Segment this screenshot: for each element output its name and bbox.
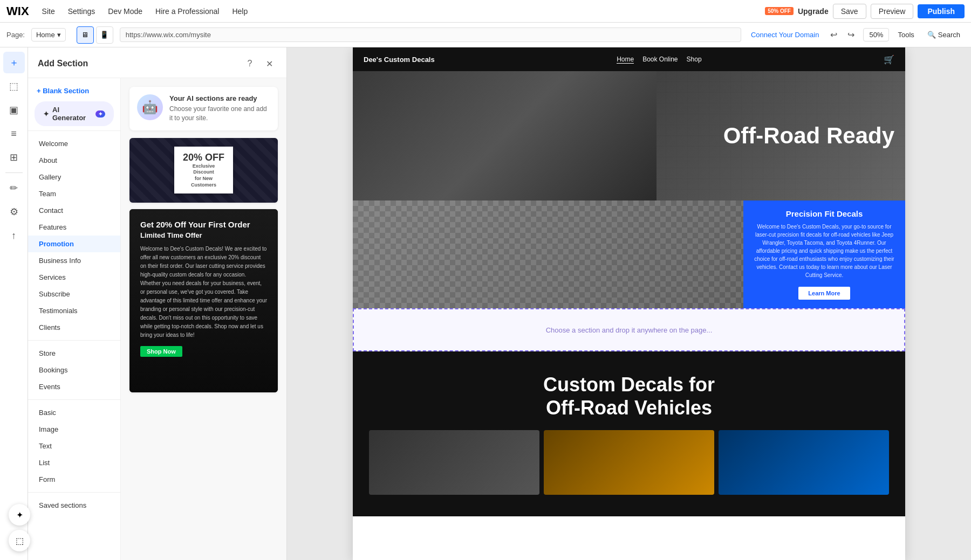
site-nav-shop[interactable]: Shop bbox=[687, 56, 702, 63]
nav-item-saved-sections[interactable]: Saved sections bbox=[28, 497, 120, 514]
nav-item-business-info[interactable]: Business Info bbox=[28, 252, 120, 269]
nav-item-list[interactable]: List bbox=[28, 454, 120, 471]
drop-zone[interactable]: Choose a section and drop it anywhere on… bbox=[353, 308, 905, 351]
nav-item-contact[interactable]: Contact bbox=[28, 202, 120, 219]
promo-badge-1: 20% OFF Exclusive Discount for New Custo… bbox=[174, 147, 233, 194]
ai-tool-icon: ✦ bbox=[16, 510, 23, 520]
sidebar-apps-button[interactable]: ⊞ bbox=[3, 147, 25, 168]
website-frame: Dee's Custom Decals Home Book Online Sho… bbox=[353, 47, 905, 560]
preview-card-1[interactable]: 20% OFF Exclusive Discount for New Custo… bbox=[129, 138, 278, 203]
ai-badge: ✦ bbox=[95, 110, 105, 117]
panel-previews: 🤖 Your AI sections are ready Choose your… bbox=[121, 78, 286, 560]
nav-item-bookings[interactable]: Bookings bbox=[28, 362, 120, 378]
preview-button[interactable]: Preview bbox=[871, 4, 914, 19]
panel-help-button[interactable]: ? bbox=[242, 56, 257, 71]
left-sidebar-icons: ＋ ⬚ ▣ ≡ ⊞ ✏ ⚙ ↑ bbox=[0, 47, 28, 560]
sidebar-add-button[interactable]: ＋ bbox=[3, 52, 25, 73]
save-button[interactable]: Save bbox=[833, 4, 866, 19]
ai-ready-banner: 🤖 Your AI sections are ready Choose your… bbox=[129, 87, 278, 130]
nav-site[interactable]: Site bbox=[38, 5, 59, 18]
nav-divider-2 bbox=[28, 340, 120, 341]
bottom-title-line1: Custom Decals for bbox=[543, 374, 715, 396]
promo2-cta-button[interactable]: Shop Now bbox=[140, 346, 182, 357]
nav-item-subscribe[interactable]: Subscribe bbox=[28, 286, 120, 302]
nav-item-clients[interactable]: Clients bbox=[28, 319, 120, 336]
nav-item-basic[interactable]: Basic bbox=[28, 404, 120, 421]
precision-body: Welcome to Dee's Custom Decals, your go-… bbox=[754, 223, 894, 279]
nav-help[interactable]: Help bbox=[228, 5, 252, 18]
nav-divider-3 bbox=[28, 399, 120, 400]
site-nav-book[interactable]: Book Online bbox=[642, 56, 678, 63]
nav-item-promotion[interactable]: Promotion bbox=[28, 236, 120, 252]
ai-ready-icon: 🤖 bbox=[137, 94, 163, 120]
layers-tool-button[interactable]: ⬚ bbox=[9, 530, 30, 551]
hero-title: Off-Road Ready bbox=[723, 123, 894, 148]
blank-section-button[interactable]: + Blank Section bbox=[28, 82, 120, 99]
sidebar-pages-button[interactable]: ≡ bbox=[3, 123, 25, 144]
discount-badge: 50% OFF bbox=[765, 7, 794, 15]
search-icon: 🔍 bbox=[927, 31, 936, 39]
sidebar-media-button[interactable]: ▣ bbox=[3, 99, 25, 121]
split-section: Precision Fit Decals Welcome to Dee's Cu… bbox=[353, 201, 905, 308]
nav-item-store[interactable]: Store bbox=[28, 345, 120, 362]
layers-tool-icon: ⬚ bbox=[16, 536, 24, 546]
nav-item-features[interactable]: Features bbox=[28, 219, 120, 236]
nav-hire[interactable]: Hire a Professional bbox=[151, 5, 223, 18]
nav-dev-mode[interactable]: Dev Mode bbox=[104, 5, 147, 18]
preview-card-2[interactable]: Get 20% Off Your First Order Limited Tim… bbox=[129, 209, 278, 392]
ai-generator-button[interactable]: ✦ AI Generator ✦ bbox=[35, 101, 114, 126]
img-grid-item-3 bbox=[719, 430, 889, 495]
desktop-device-button[interactable]: 🖥 bbox=[77, 26, 94, 44]
connect-domain-link[interactable]: Connect Your Domain bbox=[751, 31, 819, 39]
sidebar-ascend-button[interactable]: ↑ bbox=[3, 225, 25, 246]
nav-item-gallery[interactable]: Gallery bbox=[28, 169, 120, 185]
ai-ready-desc: Choose your favorite one and add it to y… bbox=[169, 105, 270, 123]
promo2-title: Get 20% Off Your First Order bbox=[140, 220, 267, 229]
nav-item-form[interactable]: Form bbox=[28, 471, 120, 488]
panel-close-button[interactable]: ✕ bbox=[262, 56, 277, 71]
nav-item-testimonials[interactable]: Testimonials bbox=[28, 302, 120, 319]
mobile-device-button[interactable]: 📱 bbox=[96, 26, 113, 44]
upgrade-button[interactable]: Upgrade bbox=[798, 7, 829, 16]
site-nav-links: Home Book Online Shop bbox=[617, 56, 701, 64]
second-bar-right: ↩ ↪ 50% Tools 🔍 Search bbox=[825, 27, 965, 43]
split-left-image bbox=[353, 201, 743, 308]
tools-button[interactable]: Tools bbox=[893, 29, 918, 41]
sidebar-design-button[interactable]: ✏ bbox=[3, 177, 25, 199]
preview-card-1-visual: 20% OFF Exclusive Discount for New Custo… bbox=[129, 138, 278, 203]
ai-generator-label: AI Generator bbox=[52, 106, 92, 122]
canvas-area: Dee's Custom Decals Home Book Online Sho… bbox=[287, 47, 971, 560]
publish-button[interactable]: Publish bbox=[918, 4, 965, 18]
redo-button[interactable]: ↪ bbox=[843, 27, 859, 43]
drop-zone-text: Choose a section and drop it anywhere on… bbox=[546, 326, 713, 334]
site-nav-home[interactable]: Home bbox=[617, 56, 634, 64]
layers-icon: ⬚ bbox=[9, 80, 18, 92]
sidebar-layers-button[interactable]: ⬚ bbox=[3, 75, 25, 97]
promo-exclusive: Exclusive Discount for New Customers bbox=[183, 163, 224, 189]
nav-item-image[interactable]: Image bbox=[28, 421, 120, 438]
precision-title: Precision Fit Decals bbox=[786, 209, 863, 218]
nav-item-about[interactable]: About bbox=[28, 152, 120, 169]
url-bar[interactable]: https://www.wix.com/mysite bbox=[120, 27, 741, 42]
zoom-button[interactable]: 50% bbox=[863, 28, 889, 42]
mobile-icon: 📱 bbox=[100, 31, 109, 39]
site-cart-icon[interactable]: 🛒 bbox=[884, 54, 894, 65]
learn-more-button[interactable]: Learn More bbox=[798, 287, 850, 300]
nav-item-services[interactable]: Services bbox=[28, 269, 120, 286]
nav-settings[interactable]: Settings bbox=[64, 5, 100, 18]
settings-icon: ⚙ bbox=[10, 206, 18, 218]
sidebar-settings-button[interactable]: ⚙ bbox=[3, 201, 25, 223]
nav-item-welcome[interactable]: Welcome bbox=[28, 135, 120, 152]
nav-divider-4 bbox=[28, 492, 120, 493]
nav-item-events[interactable]: Events bbox=[28, 378, 120, 395]
page-select[interactable]: Home ▾ bbox=[31, 28, 66, 42]
search-button[interactable]: 🔍 Search bbox=[923, 29, 965, 41]
nav-item-text[interactable]: Text bbox=[28, 438, 120, 454]
nav-divider bbox=[28, 130, 120, 131]
nav-item-team[interactable]: Team bbox=[28, 185, 120, 202]
ai-tool-button[interactable]: ✦ bbox=[9, 504, 30, 526]
img-grid-item-2 bbox=[544, 430, 714, 495]
apps-icon: ⊞ bbox=[10, 151, 18, 163]
ai-banner-text: Your AI sections are ready Choose your f… bbox=[169, 94, 270, 123]
undo-button[interactable]: ↩ bbox=[825, 27, 842, 43]
